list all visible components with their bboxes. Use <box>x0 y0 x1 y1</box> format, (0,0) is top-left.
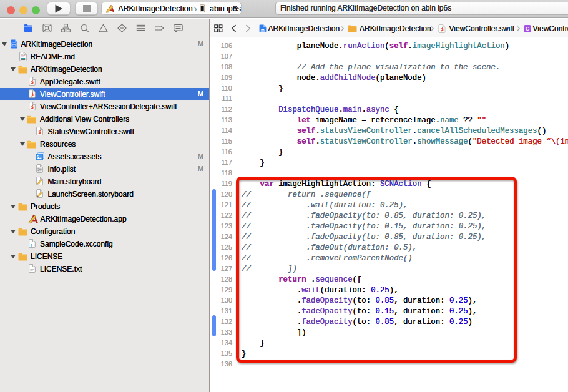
svg-text:C: C <box>525 26 529 32</box>
